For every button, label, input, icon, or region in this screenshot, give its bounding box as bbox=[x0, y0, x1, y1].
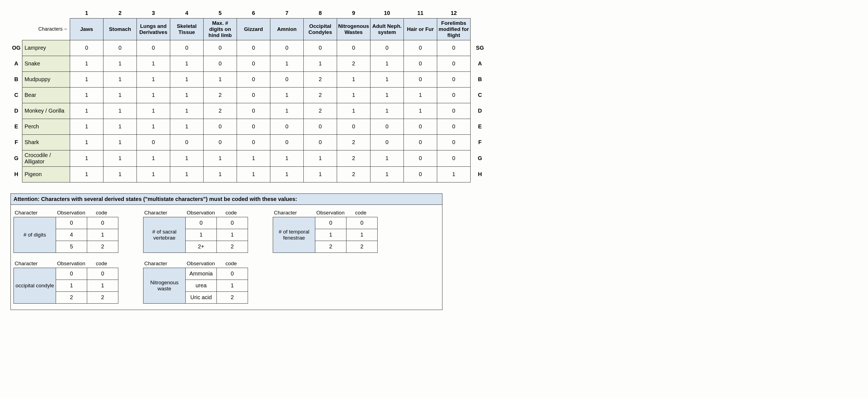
data-cell: 0 bbox=[370, 119, 404, 135]
row-code-left: G bbox=[10, 150, 22, 166]
data-cell: 1 bbox=[437, 166, 470, 182]
taxon-name: Pigeon bbox=[22, 166, 70, 182]
row-code-left: A bbox=[10, 56, 22, 72]
data-cell: 0 bbox=[437, 56, 470, 72]
coding-table-headers: CharacterObservationcode bbox=[13, 210, 118, 216]
coding-code: 2 bbox=[87, 291, 118, 303]
data-cell: 1 bbox=[404, 87, 437, 103]
data-cell: 1 bbox=[170, 103, 204, 119]
coding-table-headers: CharacterObservationcode bbox=[273, 210, 378, 216]
data-cell: 2 bbox=[304, 87, 337, 103]
col-num: 9 bbox=[337, 8, 370, 19]
characters-label: Characters→ bbox=[22, 19, 70, 40]
row-code-left: H bbox=[10, 166, 22, 182]
data-cell: 0 bbox=[437, 103, 470, 119]
row-code-right: B bbox=[470, 72, 487, 87]
data-cell: 1 bbox=[103, 166, 137, 182]
table-row: CBear111120121110C bbox=[10, 87, 487, 103]
data-cell: 1 bbox=[170, 87, 204, 103]
data-cell: 1 bbox=[170, 166, 204, 182]
coding-code: 2 bbox=[87, 241, 118, 253]
data-cell: 1 bbox=[270, 103, 304, 119]
taxon-name: Bear bbox=[22, 87, 70, 103]
coding-code: 0 bbox=[346, 217, 378, 229]
coding-table: CharacterObservationcode# of digits00415… bbox=[13, 210, 118, 253]
data-cell: 0 bbox=[304, 119, 337, 135]
row-code-right: D bbox=[470, 103, 487, 119]
data-cell: 1 bbox=[304, 150, 337, 166]
taxon-name: Monkey / Gorilla bbox=[22, 103, 70, 119]
data-cell: 1 bbox=[103, 56, 137, 72]
row-code-left: F bbox=[10, 135, 22, 150]
coding-row: CharacterObservationcodeoccipital condyl… bbox=[11, 256, 442, 306]
coding-code: 1 bbox=[217, 280, 248, 291]
data-cell: 0 bbox=[404, 150, 437, 166]
data-cell: 1 bbox=[270, 56, 304, 72]
col-header: Lungs and Derivatives bbox=[137, 19, 170, 40]
col-header: Jaws bbox=[70, 19, 103, 40]
data-cell: 0 bbox=[70, 40, 103, 56]
coding-header-label: code bbox=[86, 210, 117, 216]
data-cell: 0 bbox=[404, 166, 437, 182]
taxon-name: Snake bbox=[22, 56, 70, 72]
coding-observation: 0 bbox=[186, 217, 217, 229]
data-cell: 1 bbox=[204, 72, 237, 87]
data-cell: 2 bbox=[304, 103, 337, 119]
data-cell: 1 bbox=[137, 56, 170, 72]
coding-observation: 1 bbox=[56, 280, 87, 291]
coding-observation: 5 bbox=[56, 241, 87, 253]
coding-header-label: code bbox=[346, 210, 376, 216]
data-cell: 0 bbox=[137, 40, 170, 56]
data-cell: 1 bbox=[170, 72, 204, 87]
data-cell: 2 bbox=[304, 72, 337, 87]
data-cell: 1 bbox=[337, 103, 370, 119]
coding-header-label: code bbox=[216, 260, 246, 266]
data-cell: 1 bbox=[270, 87, 304, 103]
data-cell: 0 bbox=[237, 40, 270, 56]
table-row: ASnake111100112100A bbox=[10, 56, 487, 72]
col-header: Nitrogenous Wastes bbox=[337, 19, 370, 40]
data-cell: 1 bbox=[237, 150, 270, 166]
coding-observation: 0 bbox=[315, 217, 346, 229]
coding-header-label: Observation bbox=[56, 260, 86, 266]
data-cell: 1 bbox=[204, 166, 237, 182]
data-cell: 0 bbox=[170, 40, 204, 56]
data-cell: 0 bbox=[270, 119, 304, 135]
data-cell: 0 bbox=[370, 135, 404, 150]
coding-header-label: Character bbox=[273, 210, 315, 216]
coding-code: 2 bbox=[217, 291, 248, 303]
data-cell: 1 bbox=[270, 166, 304, 182]
coding-header-label: code bbox=[86, 260, 117, 266]
data-cell: 1 bbox=[70, 56, 103, 72]
data-cell: 0 bbox=[137, 135, 170, 150]
data-cell: 0 bbox=[437, 150, 470, 166]
data-cell: 2 bbox=[204, 103, 237, 119]
data-cell: 1 bbox=[304, 166, 337, 182]
data-cell: 0 bbox=[404, 119, 437, 135]
col-header: Adult Neph. system bbox=[370, 19, 404, 40]
taxon-name: Perch bbox=[22, 119, 70, 135]
data-cell: 0 bbox=[237, 87, 270, 103]
data-cell: 0 bbox=[437, 40, 470, 56]
coding-table: CharacterObservationcodeNitrogenous wast… bbox=[143, 260, 248, 304]
data-cell: 1 bbox=[103, 150, 137, 166]
data-cell: 2 bbox=[337, 150, 370, 166]
taxon-name: Lamprey bbox=[22, 40, 70, 56]
data-cell: 2 bbox=[337, 135, 370, 150]
data-cell: 0 bbox=[404, 40, 437, 56]
data-cell: 0 bbox=[237, 119, 270, 135]
coding-header-label: Observation bbox=[56, 210, 86, 216]
data-cell: 0 bbox=[204, 119, 237, 135]
coding-character-name: # of sacral vertebrae bbox=[144, 217, 186, 253]
coding-code: 1 bbox=[217, 229, 248, 241]
coding-observation: Uric acid bbox=[186, 291, 217, 303]
row-code-right: C bbox=[470, 87, 487, 103]
coding-observation: Ammonia bbox=[186, 268, 217, 280]
row-code-left: D bbox=[10, 103, 22, 119]
table-row: BMudpuppy111110021100B bbox=[10, 72, 487, 87]
row-code-left: B bbox=[10, 72, 22, 87]
coding-observation: 2 bbox=[56, 291, 87, 303]
coding-table: CharacterObservationcode# of temporal fe… bbox=[273, 210, 378, 253]
data-cell: 1 bbox=[70, 150, 103, 166]
data-cell: 1 bbox=[137, 87, 170, 103]
